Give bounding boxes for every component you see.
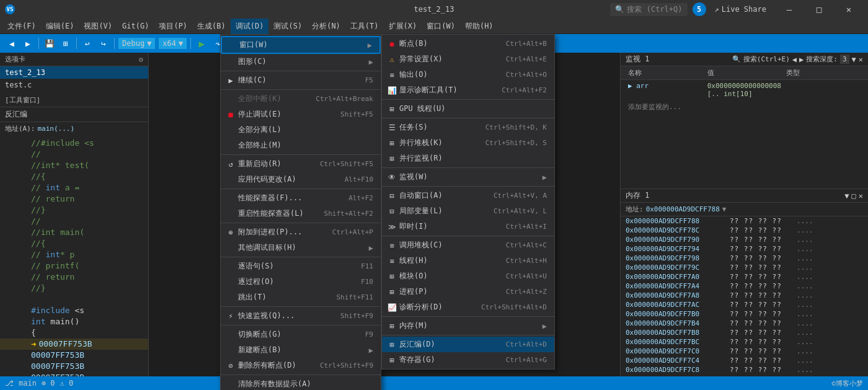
debug-menu-sep4: [221, 188, 381, 189]
nav-next-icon[interactable]: ▶: [799, 55, 804, 64]
window-diag-analysis[interactable]: 📈 诊断分析(D) Ctrl+Shift+Alt+D: [382, 299, 554, 315]
tabs-gear-icon[interactable]: ⚙: [139, 55, 143, 64]
debug-menu-toggle-bp[interactable]: 切换断点(G) F9: [221, 327, 381, 342]
menu-extensions[interactable]: 扩展(X): [384, 19, 422, 34]
window-output[interactable]: ≡ 输出(O) Ctrl+Alt+O: [382, 67, 554, 82]
close-button[interactable]: ✕: [835, 0, 863, 19]
menu-analyze[interactable]: 分析(N): [307, 19, 345, 34]
menu-window[interactable]: 窗口(W): [422, 19, 460, 34]
window-autos[interactable]: ⊟ 自动窗口(A) Ctrl+Alt+V, A: [382, 188, 554, 203]
debug-mode-selector[interactable]: Debug ▼: [118, 38, 155, 49]
debug-menu-graphics[interactable]: 图形(C) ▶: [221, 54, 381, 69]
window-disassembly[interactable]: ⊞ 反汇编(D) Ctrl+Alt+D: [382, 337, 554, 352]
memory-expand[interactable]: □: [852, 192, 856, 200]
menu-edit[interactable]: 编辑(E): [41, 19, 79, 34]
debug-menu-restart[interactable]: ↺ 重新启动(R) Ctrl+Shift+F5: [221, 156, 381, 172]
window-watch[interactable]: 👁 监视(W) ▶: [382, 169, 554, 185]
breakpoint-icon: ●: [387, 39, 397, 49]
memory-rows: 0x000000AD9DCFF788?? ?? ?? ??.... 0x0000…: [621, 216, 868, 390]
menu-test[interactable]: 测试(S): [268, 19, 307, 34]
code-line: //}: [0, 205, 148, 216]
memory-row: 0x000000AD9DCFF7B0?? ?? ?? ??....: [621, 309, 868, 319]
debug-menu-terminate-all[interactable]: 全部终止(M): [221, 138, 381, 153]
debug-menu-window[interactable]: 窗口(W) ▶: [221, 36, 381, 54]
window-breakpoints[interactable]: ● 断点(B) Ctrl+Alt+B: [382, 36, 554, 51]
immediate-icon: ≫: [387, 222, 397, 232]
menu-tools[interactable]: 工具(T): [345, 19, 384, 34]
toolbar-continue[interactable]: ▶: [195, 37, 208, 50]
memory-row: 0x000000AD9DCFF7B4?? ?? ?? ??....: [621, 319, 868, 328]
debug-menu-step-into[interactable]: 逐语句(S) F11: [221, 259, 381, 274]
monitor-row[interactable]: ▶ arr 0x0000000000000008 [.. int[10]: [621, 80, 868, 100]
memory-addr-bar: 地址: 0x000000AD9DCFF788 ▼: [621, 203, 868, 216]
menu-file[interactable]: 文件(F): [2, 19, 41, 34]
debug-menu-continue[interactable]: ▶ 继续(C) F5: [221, 73, 381, 88]
window-tasks[interactable]: ☰ 任务(S) Ctrl+Shift+D, K: [382, 120, 554, 135]
minimize-button[interactable]: —: [775, 0, 804, 19]
window-processes[interactable]: ⊞ 进程(P) Ctrl+Alt+Z: [382, 284, 554, 299]
window-parallel-watch[interactable]: ⊞ 并行监视(R): [382, 151, 554, 166]
debug-menu-restart-perf[interactable]: 重启性能探查器(L) Shift+Alt+F2: [221, 206, 381, 221]
debug-menu-detach-all[interactable]: 全部分离(L): [221, 122, 381, 138]
monitor-close[interactable]: ✕: [859, 55, 863, 64]
vs-logo-icon: VS: [5, 4, 15, 14]
window-sep7: [382, 335, 554, 335]
toolbar-forward[interactable]: ▶: [21, 37, 35, 50]
tab-testc[interactable]: test.c: [0, 79, 148, 91]
tab-test213[interactable]: test_2_13: [0, 66, 148, 79]
window-memory[interactable]: ⊞ 内存(M) ▶: [382, 318, 554, 334]
menu-debug[interactable]: 调试(D): [231, 19, 269, 34]
debug-menu-quick-watch[interactable]: ⚡ 快速监视(Q)... Shift+F9: [221, 308, 381, 324]
window-locals[interactable]: ⊟ 局部变量(L) Ctrl+Alt+V, L: [382, 203, 554, 219]
debug-menu-break-all[interactable]: 全部中断(K) Ctrl+Alt+Break: [221, 91, 381, 107]
search-depth-value[interactable]: 3: [840, 55, 849, 64]
menu-view[interactable]: 视图(V): [79, 19, 117, 34]
debug-menu-clear-data-tips[interactable]: 清除所有数据提示(A): [221, 376, 381, 390]
debug-menu-other-targets[interactable]: 其他调试目标(H) ▶: [221, 240, 381, 255]
debug-menu-new-bp[interactable]: 新建断点(B) ▶: [221, 342, 381, 358]
search-bar[interactable]: 🔍 搜索 (Ctrl+Q): [610, 3, 687, 16]
window-diag-tools[interactable]: 📊 显示诊断工具(T) Ctrl+Alt+F2: [382, 82, 554, 98]
live-share-button[interactable]: ↗ Live Share: [711, 4, 770, 15]
memory-row: 0x000000AD9DCFF7B8?? ?? ?? ??....: [621, 328, 868, 337]
user-avatar[interactable]: 5: [693, 2, 706, 16]
right-panel: 监视 1 🔍 搜索(Ctrl+E) ◀ ▶ 搜索深度: 3 ▼ ✕ 名称: [620, 53, 868, 390]
toolbar-saveall[interactable]: ⊞: [59, 37, 73, 50]
debug-menu-apply-code[interactable]: 应用代码更改(A) Alt+F10: [221, 172, 381, 187]
window-threads[interactable]: ≡ 线程(H) Ctrl+Alt+H: [382, 253, 554, 268]
menu-project[interactable]: 项目(P): [154, 19, 192, 34]
menu-build[interactable]: 生成(B): [192, 19, 231, 34]
window-immediate[interactable]: ≫ 即时(I) Ctrl+Alt+I: [382, 219, 554, 234]
debug-menu-step-over[interactable]: 逐过程(O) F10: [221, 274, 381, 290]
address-value[interactable]: main(...): [38, 125, 75, 133]
nav-prev-icon[interactable]: ◀: [792, 55, 797, 64]
toolwindow-disasm[interactable]: 反汇编: [0, 107, 148, 122]
tabs-label: 选项卡: [5, 55, 25, 64]
maximize-button[interactable]: □: [805, 0, 833, 19]
debug-menu-delete-all-bp[interactable]: ⊘ 删除所有断点(D) Ctrl+Shift+F9: [221, 358, 381, 373]
window-gpu-threads[interactable]: ⊞ GPU 线程(U): [382, 101, 554, 117]
code-line-current: ➜ 00007FF753B: [0, 339, 148, 350]
debug-menu-stop[interactable]: ■ 停止调试(E) Shift+F5: [221, 107, 381, 122]
window-callstack[interactable]: ≡ 调用堆栈(C) Ctrl+Alt+C: [382, 237, 554, 253]
parallel-stack-icon: ⊞: [387, 138, 397, 148]
memory-close[interactable]: ✕: [859, 192, 863, 200]
menu-git[interactable]: Git(G): [117, 19, 154, 34]
memory-addr-value[interactable]: 0x000000AD9DCFF788: [646, 205, 720, 213]
debug-menu-perf[interactable]: 性能探查器(F)... Alt+F2: [221, 190, 381, 206]
platform-selector[interactable]: x64 ▼: [159, 38, 187, 49]
toolbar-undo[interactable]: ↩: [81, 37, 94, 50]
menu-help[interactable]: 帮助(H): [460, 19, 498, 34]
add-monitor[interactable]: 添加要监视的...: [621, 100, 868, 114]
window-exception-settings[interactable]: ⚠ 异常设置(X) Ctrl+Alt+E: [382, 51, 554, 67]
debug-menu-attach[interactable]: ⊕ 附加到进程(P)... Ctrl+Alt+P: [221, 224, 381, 240]
toolbar-redo[interactable]: ↪: [97, 37, 110, 50]
memory-collapse[interactable]: ▼: [844, 192, 849, 200]
window-registers[interactable]: ⊞ 寄存器(G) Ctrl+Alt+G: [382, 352, 554, 368]
debug-menu-step-out[interactable]: 跳出(T) Shift+F11: [221, 290, 381, 305]
toolbar-back[interactable]: ◀: [5, 37, 19, 50]
toolbar-save[interactable]: 💾: [43, 37, 56, 50]
window-modules[interactable]: ⊞ 模块(O) Ctrl+Alt+U: [382, 268, 554, 284]
monitor-collapse[interactable]: ▼: [852, 55, 856, 64]
window-parallel-stacks[interactable]: ⊞ 并行堆栈(K) Ctrl+Shift+D, S: [382, 135, 554, 151]
